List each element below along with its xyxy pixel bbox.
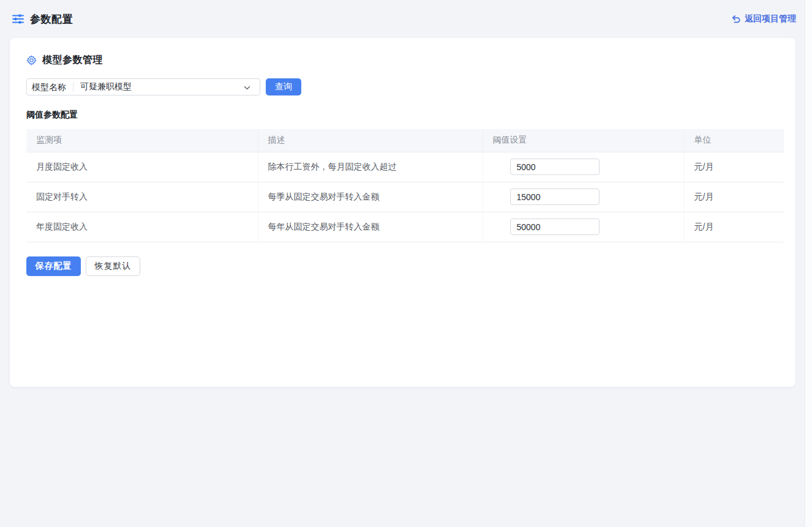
section-header: 模型参数管理 xyxy=(26,53,779,67)
page-title: 参数配置 xyxy=(30,12,73,26)
gear-icon xyxy=(26,55,37,65)
threshold-input[interactable] xyxy=(510,189,600,205)
cell-threshold xyxy=(483,182,684,212)
threshold-table: 监测项 描述 阈值设置 单位 月度固定收入 除本行工资外，每月固定收入超过 元/… xyxy=(26,129,784,242)
topbar: 参数配置 返回项目管理 xyxy=(0,0,812,38)
cell-unit: 元/月 xyxy=(684,152,784,182)
cell-monitor-item: 月度固定收入 xyxy=(26,152,258,182)
save-config-button[interactable]: 保存配置 xyxy=(26,256,81,276)
header-monitor-item: 监测项 xyxy=(26,129,258,152)
cell-monitor-item: 年度固定收入 xyxy=(26,212,258,242)
cell-description: 每季从固定交易对手转入金额 xyxy=(258,182,483,212)
sliders-icon xyxy=(12,13,24,24)
header-threshold: 阈值设置 xyxy=(483,129,684,152)
model-name-value: 可疑兼职模型 xyxy=(73,81,260,92)
topbar-left: 参数配置 xyxy=(12,12,73,26)
restore-defaults-button[interactable]: 恢复默认 xyxy=(86,256,140,276)
table-row: 固定对手转入 每季从固定交易对手转入金额 元/月 xyxy=(26,182,784,212)
scrollbar-track[interactable] xyxy=(805,0,812,527)
model-name-select[interactable]: 模型名称 可疑兼职模型 xyxy=(26,78,260,95)
undo-icon xyxy=(731,15,740,23)
threshold-input[interactable] xyxy=(510,159,600,175)
cell-monitor-item: 固定对手转入 xyxy=(26,182,258,212)
cell-unit: 元/月 xyxy=(684,182,784,212)
cell-threshold xyxy=(483,212,684,242)
back-to-projects-link[interactable]: 返回项目管理 xyxy=(731,13,796,24)
header-description: 描述 xyxy=(258,129,483,152)
query-button[interactable]: 查询 xyxy=(266,78,301,95)
cell-unit: 元/月 xyxy=(684,212,784,242)
chevron-down-icon xyxy=(243,84,251,92)
threshold-section-title: 阈值参数配置 xyxy=(26,110,779,121)
table-header-row: 监测项 描述 阈值设置 单位 xyxy=(26,129,784,152)
cell-description: 除本行工资外，每月固定收入超过 xyxy=(258,152,483,182)
table-row: 月度固定收入 除本行工资外，每月固定收入超过 元/月 xyxy=(26,152,784,182)
section-title: 模型参数管理 xyxy=(42,54,103,67)
threshold-input[interactable] xyxy=(510,219,600,235)
query-row: 模型名称 可疑兼职模型 查询 xyxy=(26,78,779,95)
header-unit: 单位 xyxy=(684,129,784,152)
table-row: 年度固定收入 每年从固定交易对手转入金额 元/月 xyxy=(26,212,784,242)
model-parameter-card: 模型参数管理 模型名称 可疑兼职模型 查询 阈值参数配置 监测项 描述 阈值设置… xyxy=(10,38,795,387)
actions-row: 保存配置 恢复默认 xyxy=(26,256,779,276)
model-name-label: 模型名称 xyxy=(27,82,73,92)
cell-threshold xyxy=(483,152,684,182)
back-link-label: 返回项目管理 xyxy=(745,13,796,24)
cell-description: 每年从固定交易对手转入金额 xyxy=(258,212,483,242)
